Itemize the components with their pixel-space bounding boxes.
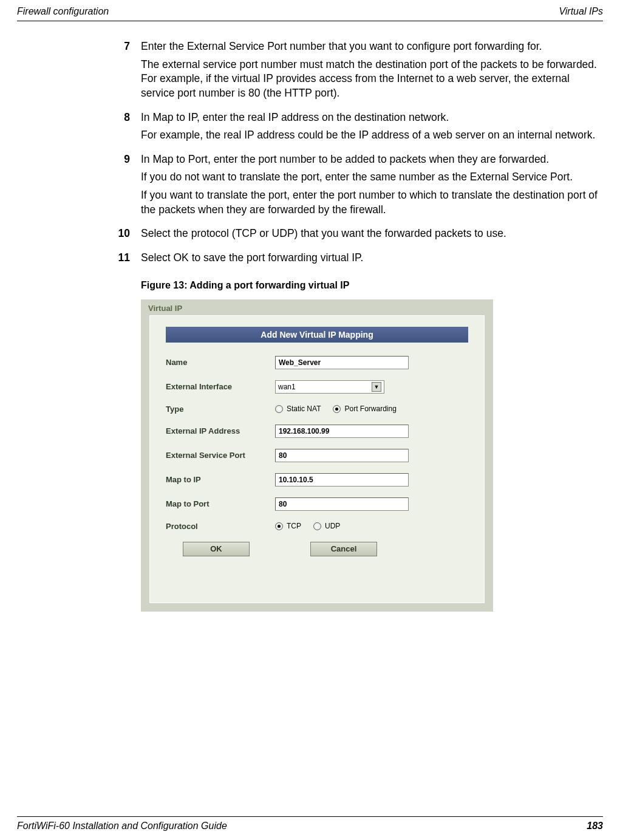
step-text: Select the protocol (TCP or UDP) that yo… (141, 227, 506, 241)
radio-icon (275, 405, 283, 413)
map-port-label: Map to Port (166, 499, 275, 508)
step-text: If you do not want to translate the port… (141, 170, 603, 185)
radio-icon (313, 522, 321, 530)
step-body: In Map to Port, enter the port number to… (141, 152, 603, 221)
map-ip-input[interactable]: 10.10.10.5 (275, 473, 409, 487)
step-number: 7 (117, 39, 141, 104)
step-number: 11 (117, 251, 141, 269)
header-right: Virtual IPs (559, 6, 603, 17)
content-area: 7 Enter the External Service Port number… (17, 21, 603, 612)
external-interface-label: External Interface (166, 382, 275, 391)
cancel-button[interactable]: Cancel (310, 542, 377, 556)
map-ip-label: Map to IP (166, 475, 275, 484)
step-body: Select OK to save the port forwarding vi… (141, 251, 363, 269)
protocol-udp-label: UDP (325, 522, 340, 530)
step-7: 7 Enter the External Service Port number… (117, 39, 603, 104)
row-external-port: External Service Port 80 (166, 449, 468, 462)
radio-icon (333, 405, 341, 413)
page-footer: FortiWiFi-60 Installation and Configurat… (17, 816, 603, 831)
step-text: Enter the External Service Port number t… (141, 39, 603, 54)
type-radio-group: Static NAT Port Forwarding (275, 405, 397, 413)
protocol-label: Protocol (166, 522, 275, 531)
figure-caption: Figure 13: Adding a port forwarding virt… (141, 280, 603, 291)
protocol-tcp-label: TCP (287, 522, 301, 530)
footer-title: FortiWiFi-60 Installation and Configurat… (17, 821, 227, 831)
name-label: Name (166, 358, 275, 367)
step-number: 10 (117, 227, 141, 245)
step-text: In Map to IP, enter the real IP address … (141, 111, 595, 125)
external-port-label: External Service Port (166, 451, 275, 460)
chevron-down-icon: ▼ (372, 382, 381, 392)
step-9: 9 In Map to Port, enter the port number … (117, 152, 603, 221)
type-static-nat-radio[interactable]: Static NAT (275, 405, 321, 413)
row-external-ip: External IP Address 192.168.100.99 (166, 425, 468, 438)
protocol-tcp-radio[interactable]: TCP (275, 522, 301, 530)
type-label: Type (166, 405, 275, 414)
step-text: Select OK to save the port forwarding vi… (141, 251, 363, 265)
step-text: If you want to translate the port, enter… (141, 188, 603, 217)
protocol-radio-group: TCP UDP (275, 522, 340, 530)
step-text: The external service port number must ma… (141, 58, 603, 101)
header-left: Firewall configuration (17, 6, 109, 17)
name-input[interactable]: Web_Server (275, 356, 409, 369)
row-map-port: Map to Port 80 (166, 497, 468, 511)
external-port-input[interactable]: 80 (275, 449, 409, 462)
step-body: In Map to IP, enter the real IP address … (141, 111, 595, 146)
ok-button[interactable]: OK (183, 542, 250, 556)
figure: Virtual IP Add New Virtual IP Mapping Na… (141, 299, 493, 612)
type-port-forwarding-radio[interactable]: Port Forwarding (333, 405, 396, 413)
row-external-interface: External Interface wan1 ▼ (166, 380, 468, 394)
step-number: 8 (117, 111, 141, 146)
step-8: 8 In Map to IP, enter the real IP addres… (117, 111, 603, 146)
panel-tab[interactable]: Virtual IP (142, 301, 189, 315)
button-row: OK Cancel (166, 542, 468, 556)
page-header: Firewall configuration Virtual IPs (17, 0, 603, 21)
step-text: In Map to Port, enter the port number to… (141, 152, 603, 167)
type-port-forwarding-label: Port Forwarding (344, 405, 396, 413)
protocol-udp-radio[interactable]: UDP (313, 522, 340, 530)
external-ip-label: External IP Address (166, 426, 275, 435)
external-ip-input[interactable]: 192.168.100.99 (275, 425, 409, 438)
step-11: 11 Select OK to save the port forwarding… (117, 251, 603, 269)
map-port-input[interactable]: 80 (275, 497, 409, 511)
step-body: Enter the External Service Port number t… (141, 39, 603, 104)
external-interface-value: wan1 (278, 383, 296, 391)
step-number: 9 (117, 152, 141, 221)
row-map-ip: Map to IP 10.10.10.5 (166, 473, 468, 487)
step-10: 10 Select the protocol (TCP or UDP) that… (117, 227, 603, 245)
row-protocol: Protocol TCP UDP (166, 522, 468, 531)
type-static-nat-label: Static NAT (287, 405, 321, 413)
step-text: For example, the real IP address could b… (141, 128, 595, 143)
external-interface-select[interactable]: wan1 ▼ (275, 380, 384, 394)
row-type: Type Static NAT Port Forwarding (166, 405, 468, 414)
step-body: Select the protocol (TCP or UDP) that yo… (141, 227, 506, 245)
panel: Add New Virtual IP Mapping Name Web_Serv… (149, 315, 485, 603)
row-name: Name Web_Server (166, 356, 468, 369)
radio-icon (275, 522, 283, 530)
page-number: 183 (587, 821, 603, 831)
panel-title: Add New Virtual IP Mapping (166, 327, 468, 343)
